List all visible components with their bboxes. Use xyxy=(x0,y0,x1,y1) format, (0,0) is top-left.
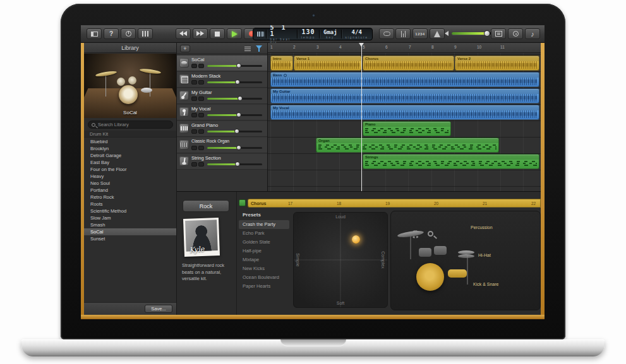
mute-button[interactable] xyxy=(191,129,197,134)
library-item[interactable]: Retro Rock xyxy=(84,194,176,201)
editor-region-bar[interactable]: Chorus 17 18 19 20 21 22 xyxy=(248,199,541,208)
hihat-label[interactable]: Hi-Hat xyxy=(478,253,491,257)
track-volume-slider[interactable] xyxy=(207,114,262,116)
track-volume-slider[interactable] xyxy=(207,98,262,100)
mute-button[interactable] xyxy=(191,146,197,150)
library-item[interactable]: Heavy xyxy=(84,173,176,180)
track-header-classic-rock-organ[interactable]: Classic Rock Organ xyxy=(177,138,267,153)
track-header-socal[interactable]: SoCal xyxy=(177,56,267,71)
track-volume-slider[interactable] xyxy=(207,81,262,83)
mute-button[interactable] xyxy=(191,64,197,68)
loop-browser-button[interactable] xyxy=(508,28,523,39)
drummer-photo[interactable]: Kyle xyxy=(183,218,220,257)
quick-help-button[interactable] xyxy=(104,28,119,39)
track-volume-slider[interactable] xyxy=(207,163,262,165)
solo-button[interactable] xyxy=(198,146,204,150)
forward-button[interactable] xyxy=(193,28,208,39)
library-item[interactable]: Four on the Floor xyxy=(84,166,176,173)
track-header-grand-piano[interactable]: Grand Piano xyxy=(177,121,267,137)
region-intro[interactable]: Intro xyxy=(270,56,293,71)
preset-item[interactable]: Echo Park xyxy=(239,229,289,238)
preset-item[interactable]: Mixtape xyxy=(239,255,289,264)
track-volume-slider[interactable] xyxy=(207,131,262,132)
region-verse-2[interactable]: Verse 2 xyxy=(455,56,539,71)
kick-drum[interactable] xyxy=(416,263,444,291)
track-header-modern-stack[interactable]: Modern Stack xyxy=(177,72,267,88)
region-bass[interactable]: Bass xyxy=(270,72,539,87)
library-item[interactable]: Brooklyn xyxy=(84,145,176,152)
lcd-display[interactable]: 5 1 1 bar beat div 130 tempo Gmaj key 4/… xyxy=(253,28,373,40)
tom-mid[interactable] xyxy=(434,246,447,255)
region-verse-1[interactable]: Verse 1 xyxy=(294,56,362,71)
preset-item[interactable]: Paper Hearts xyxy=(239,282,289,291)
media-browser-button[interactable] xyxy=(525,28,540,39)
timeline-ruler[interactable]: 1 2 3 4 5 6 7 8 9 10 11 xyxy=(268,43,541,53)
hihat-cymbal-bottom[interactable] xyxy=(458,254,474,258)
preset-item[interactable]: Golden State xyxy=(239,238,289,247)
region-my-guitar[interactable]: My Guitar xyxy=(270,88,539,103)
editors-button[interactable] xyxy=(138,28,153,39)
region-strings[interactable]: Strings xyxy=(363,154,539,169)
track-header-my-vocal[interactable]: My Vocal xyxy=(177,105,267,120)
mute-button[interactable] xyxy=(191,80,197,85)
solo-button[interactable] xyxy=(198,97,204,101)
kick-snare-label[interactable]: Kick & Snare xyxy=(473,282,498,286)
preset-item[interactable]: Half-pipe xyxy=(239,247,289,255)
note-pad-button[interactable] xyxy=(491,28,506,39)
stop-button[interactable] xyxy=(210,28,225,39)
smart-controls-button[interactable] xyxy=(121,28,136,39)
rewind-button[interactable] xyxy=(176,28,191,39)
mute-button[interactable] xyxy=(191,113,197,117)
library-item[interactable]: Portland xyxy=(84,187,176,194)
cycle-button[interactable] xyxy=(379,28,394,39)
search-input[interactable] xyxy=(95,122,169,127)
library-item[interactable]: Detroit Garage xyxy=(84,152,176,159)
save-button[interactable]: Save... xyxy=(145,305,172,313)
solo-button[interactable] xyxy=(198,80,204,85)
metronome-button[interactable] xyxy=(430,28,445,39)
tempo-display[interactable]: 130 tempo xyxy=(298,29,320,39)
tuner-button[interactable] xyxy=(395,28,411,39)
region-chorus[interactable]: Chorus xyxy=(363,56,454,71)
library-item[interactable]: Neo Soul xyxy=(84,180,176,187)
playhead[interactable] xyxy=(361,43,362,191)
library-item[interactable]: East Bay xyxy=(84,159,176,166)
library-item[interactable]: Scientific Method xyxy=(84,208,176,214)
solo-button[interactable] xyxy=(198,113,204,117)
track-volume-slider[interactable] xyxy=(207,147,262,149)
solo-button[interactable] xyxy=(198,162,204,167)
loud-soft-xy-pad[interactable]: Loud Soft Simple Complex xyxy=(293,212,388,308)
track-header-string-section[interactable]: String Section xyxy=(177,154,267,170)
arrange-area[interactable]: 1 2 3 4 5 6 7 8 9 10 11 Intro Verse 1 Ch… xyxy=(268,43,541,191)
percussion-label[interactable]: Percussion xyxy=(471,225,493,230)
solo-button[interactable] xyxy=(198,64,204,68)
editor-ruler[interactable]: Chorus 17 18 19 20 21 22 xyxy=(239,199,541,208)
mute-button[interactable] xyxy=(191,97,197,101)
add-track-button[interactable]: + xyxy=(180,45,190,52)
library-search-field[interactable] xyxy=(88,120,173,129)
region-organ[interactable]: Organ xyxy=(316,138,499,153)
snare-drum[interactable] xyxy=(448,269,467,278)
preset-item-selected[interactable]: Crash the Party xyxy=(239,220,289,229)
library-item[interactable]: Roots xyxy=(84,201,176,208)
preset-item[interactable]: Ocean Boulevard xyxy=(239,273,289,282)
key-display[interactable]: Gmaj key xyxy=(320,29,341,39)
time-signature-display[interactable]: 4/4 signature xyxy=(341,29,372,39)
volume-knob[interactable] xyxy=(484,30,490,37)
track-size-icon[interactable] xyxy=(244,46,251,51)
mute-button[interactable] xyxy=(191,162,197,167)
library-item[interactable]: Slow Jam xyxy=(84,214,176,221)
preset-item[interactable]: New Kicks xyxy=(239,264,289,273)
region-piano[interactable]: Piano xyxy=(363,121,451,136)
genre-button[interactable]: Rock xyxy=(183,200,229,212)
tom-high[interactable] xyxy=(419,248,431,257)
track-header-my-guitar[interactable]: My Guitar xyxy=(177,88,267,104)
play-button[interactable] xyxy=(227,28,242,39)
library-item[interactable]: Bluebird xyxy=(84,138,176,145)
magnifier-icon[interactable] xyxy=(428,231,433,237)
track-volume-slider[interactable] xyxy=(207,65,262,67)
region-my-vocal[interactable]: My Vocal xyxy=(270,105,539,120)
xy-puck[interactable] xyxy=(352,235,360,244)
solo-button[interactable] xyxy=(198,129,204,134)
library-item-selected[interactable]: SoCal xyxy=(84,228,176,235)
